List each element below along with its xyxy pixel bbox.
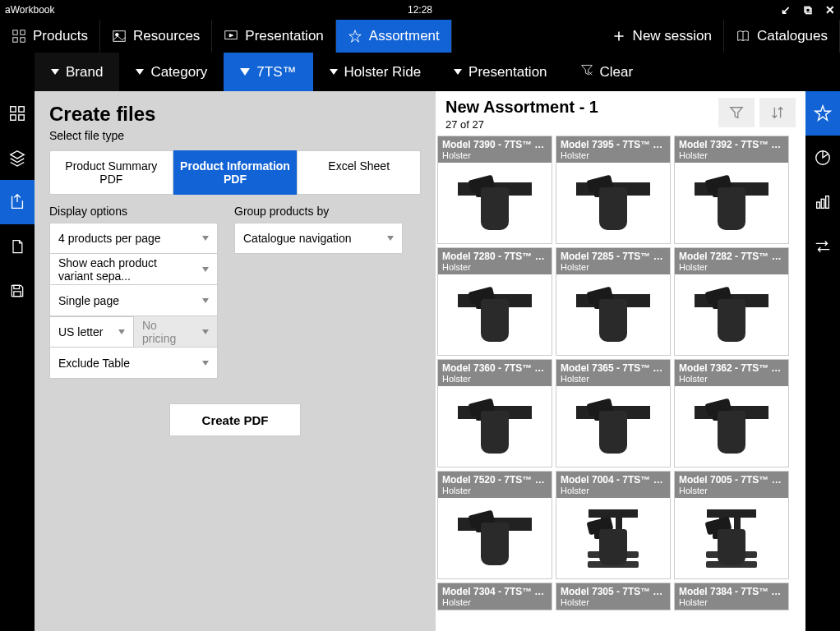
dd-variant-display[interactable]: Show each product variant sepa... [49,254,218,285]
product-card-header: Model 7390 - 7TS™ ALS® ...Holster [438,136,552,163]
product-card-header: Model 7304 - 7TS™ ALS®...Holster [438,583,552,610]
dd-table-value: Exclude Table [58,357,130,370]
dd-group-by[interactable]: Catalogue navigation [234,223,403,254]
dd-pricing[interactable]: No pricing [133,316,218,348]
app-name: aWorkbook [5,4,54,16]
right-transfer-icon[interactable] [805,224,840,269]
triangle-down-icon [454,69,462,75]
product-card[interactable]: Model 7390 - 7TS™ ALS® ...Holster [437,136,552,244]
dd-single-value: Single page [58,294,119,307]
product-card[interactable]: Model 7285 - 7TS™ SLS™ ...Holster [556,247,671,356]
product-subtitle: Holster [679,486,784,495]
product-card[interactable]: Model 7280 - 7TS™ SLS™ ...Holster [437,247,552,356]
product-card[interactable]: Model 7520 - 7TS™ SLS™ ...Holster [437,471,552,579]
product-thumbnail [438,498,552,578]
filter-clear-label: Clear [600,64,634,81]
dd-paper-value: US letter [58,325,103,339]
chevron-down-icon [118,329,125,334]
filter-clear[interactable]: Clear [564,53,650,91]
svg-rect-12 [14,292,21,297]
product-thumbnail [675,386,788,467]
product-card-header: Model 7005 - 7TS™ SLS™ ...Holster [675,472,788,498]
product-subtitle: Holster [561,262,666,272]
dd-single-page[interactable]: Single page [49,285,218,316]
right-pie-icon[interactable] [805,136,840,180]
create-pdf-button[interactable]: Create PDF [169,403,301,436]
minimize-icon[interactable]: ↙ [781,3,791,16]
dd-paper-size[interactable]: US letter [49,316,133,348]
triangle-down-icon [330,69,338,75]
product-card[interactable]: Model 7362 - 7TS™ ALS®...Holster [674,359,789,467]
right-sidebar [805,91,840,631]
sort-button[interactable] [759,98,796,127]
product-card-header: Model 7285 - 7TS™ SLS™ ...Holster [556,248,670,274]
plus-icon [612,29,626,44]
product-thumbnail [438,163,552,243]
filter-holster-ride[interactable]: Holster Ride [313,53,438,91]
product-thumbnail [438,274,552,355]
product-subtitle: Holster [679,597,784,607]
product-card[interactable]: Model 7360 - 7TS™ ALS®...Holster [437,359,552,467]
dd-table-option[interactable]: Exclude Table [49,348,218,379]
product-card[interactable]: Model 7005 - 7TS™ SLS™ ...Holster [674,471,789,579]
product-title: Model 7392 - 7TS™ ALS® ... [679,139,784,150]
product-card[interactable]: Model 7395 - 7TS™ ALS® ...Holster [556,136,671,244]
product-card-header: Model 7395 - 7TS™ ALS® ...Holster [556,136,670,163]
image-icon [112,29,127,44]
left-sidebar [0,91,35,631]
product-thumbnail [556,163,670,243]
triangle-down-icon [136,69,144,75]
create-files-panel: Create files Select file type Product Su… [35,91,436,631]
product-grid[interactable]: Model 7390 - 7TS™ ALS® ...HolsterModel 7… [436,136,805,631]
product-title: Model 7282 - 7TS™ SLS™ ... [679,251,784,262]
product-card[interactable]: Model 7282 - 7TS™ SLS™ ...Holster [674,247,789,356]
filter-bar: Brand Category 7TS™ Holster Ride Present… [0,53,840,91]
close-icon[interactable]: ✕ [825,3,835,16]
side-save-icon[interactable] [0,269,35,313]
tab-excel[interactable]: Excel Sheet [297,150,421,195]
filter-7ts[interactable]: 7TS™ [224,53,312,91]
product-title: Model 7520 - 7TS™ SLS™ ... [442,474,547,486]
restore-icon[interactable]: ⧉ [804,3,812,17]
product-card[interactable]: Model 7004 - 7TS™ SLS™ ...Holster [556,471,671,579]
tab-summary-pdf[interactable]: Product Summary PDF [49,150,173,195]
product-card[interactable]: Model 7305 - 7TS™ ALS®...Holster [556,583,671,610]
nav-presentation[interactable]: Presentation [212,20,335,53]
svg-point-5 [116,33,119,36]
chevron-down-icon [202,329,209,334]
tab-info-pdf[interactable]: Product Information PDF [173,150,298,195]
nav-catalogues[interactable]: Catalogues [724,20,840,53]
side-layers-icon[interactable] [0,136,35,180]
nav-products[interactable]: Products [0,20,100,53]
side-export-icon[interactable] [0,180,35,224]
side-grid-icon[interactable] [0,91,35,136]
nav-new-session[interactable]: New session [600,20,724,53]
product-subtitle: Holster [561,597,666,607]
nav-assortment-label: Assortment [369,28,440,44]
product-title: Model 7390 - 7TS™ ALS® ... [442,139,547,150]
chevron-down-icon [202,267,209,272]
right-star-icon[interactable] [805,91,840,136]
dd-products-per-page[interactable]: 4 products per page [49,223,218,254]
svg-rect-8 [19,107,24,112]
filter-presentation[interactable]: Presentation [437,53,563,91]
product-card[interactable]: Model 7304 - 7TS™ ALS®...Holster [437,583,552,610]
product-subtitle: Holster [561,486,666,495]
right-bar-icon[interactable] [805,180,840,224]
product-card[interactable]: Model 7384 - 7TS™ ALS® ...Holster [674,583,789,610]
filter-category[interactable]: Category [119,53,224,91]
filter-button[interactable] [718,98,755,127]
product-thumbnail [438,386,552,467]
filter-presentation-label: Presentation [468,64,547,81]
filter-brand[interactable]: Brand [35,53,119,91]
side-document-icon[interactable] [0,224,35,269]
file-type-tabs: Product Summary PDF Product Information … [49,150,421,195]
chevron-down-icon [202,361,209,366]
nav-assortment[interactable]: Assortment [336,20,452,53]
product-card[interactable]: Model 7365 - 7TS™ ALS®...Holster [556,359,671,467]
group-by-label: Group products by [234,205,403,218]
assortment-title: New Assortment - 1 [445,98,598,117]
product-card[interactable]: Model 7392 - 7TS™ ALS® ...Holster [674,136,789,244]
product-subtitle: Holster [679,374,784,384]
nav-resources[interactable]: Resources [100,20,212,53]
